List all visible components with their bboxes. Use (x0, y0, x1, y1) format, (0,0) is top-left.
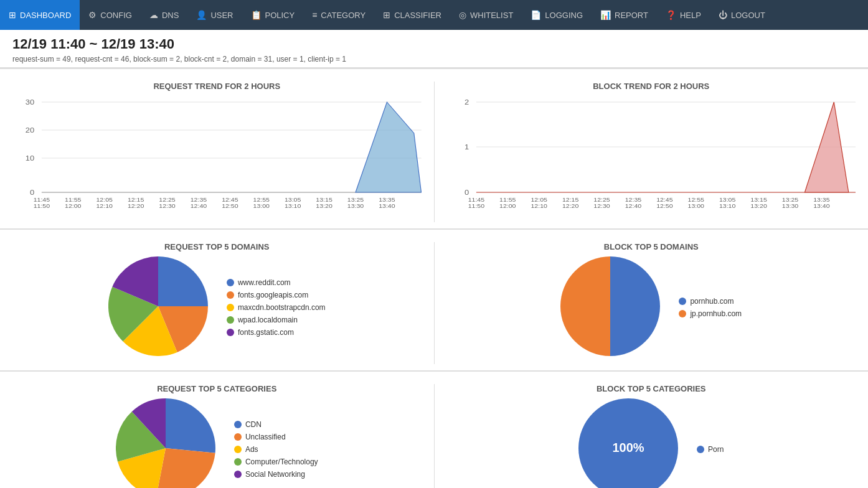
legend-dot-jp-pornhub (679, 310, 686, 317)
nav-item-report[interactable]: 📊REPORT (592, 0, 657, 30)
categories-section: REQUEST TOP 5 CATEGORIES (0, 370, 868, 488)
legend-item-ads: Ads (234, 445, 318, 454)
svg-text:12:45: 12:45 (656, 197, 673, 203)
page-header: 12/19 11:40 ~ 12/19 13:40 request-sum = … (0, 30, 868, 68)
nav-icon-logging: 📄 (531, 10, 541, 20)
nav-item-user[interactable]: 👤USER (187, 0, 242, 30)
svg-text:11:45: 11:45 (34, 197, 50, 203)
svg-text:20: 20 (26, 126, 35, 134)
legend-dot-computer-tech (234, 458, 242, 466)
svg-text:12:55: 12:55 (253, 197, 270, 203)
svg-text:12:55: 12:55 (687, 197, 704, 203)
nav-icon-policy: 📋 (251, 10, 262, 20)
trend-row: REQUEST TREND FOR 2 HOURS 30 20 10 0 (0, 75, 868, 228)
svg-text:11:55: 11:55 (65, 197, 82, 203)
categories-row: REQUEST TOP 5 CATEGORIES (0, 378, 868, 488)
request-domains-pie-section: www.reddit.com fonts.googleapis.com maxc… (12, 256, 422, 358)
nav-item-category[interactable]: ≡CATEGORY (303, 0, 374, 30)
legend-label-porn: Porn (708, 445, 724, 454)
block-trend-chart: 2 1 0 11:45 11:50 11:55 12:00 12:05 12:1… (447, 96, 856, 222)
svg-text:13:00: 13:00 (253, 203, 270, 209)
nav-item-logout[interactable]: ⏻LOGOUT (710, 0, 774, 30)
block-domains-legend: pornhub.com jp.pornhub.com (679, 297, 742, 318)
svg-text:13:20: 13:20 (750, 203, 767, 209)
svg-text:12:10: 12:10 (97, 203, 113, 209)
block-categories-pie: 100% (578, 398, 678, 488)
legend-label-bootstrap: maxcdn.bootstrapcdn.com (238, 303, 326, 312)
svg-text:12:15: 12:15 (128, 197, 144, 203)
nav-label-report: REPORT (615, 11, 648, 20)
svg-text:13:30: 13:30 (347, 203, 364, 209)
svg-text:13:25: 13:25 (781, 197, 798, 203)
legend-item-porn: Porn (697, 445, 724, 454)
block-domains-col: BLOCK TOP 5 DOMAINS pornhub.com (435, 236, 869, 370)
svg-text:12:30: 12:30 (593, 203, 610, 209)
legend-label-social: Social Networking (245, 470, 305, 479)
nav-item-dns[interactable]: ☁DNS (141, 0, 187, 30)
svg-text:12:35: 12:35 (191, 197, 207, 203)
legend-dot-porn (697, 446, 704, 453)
block-domains-title: BLOCK TOP 5 DOMAINS (447, 242, 856, 251)
svg-text:13:40: 13:40 (813, 203, 830, 209)
nav-label-config: CONFIG (100, 11, 132, 20)
svg-text:13:35: 13:35 (813, 197, 830, 203)
legend-label-jp-pornhub: jp.pornhub.com (690, 309, 742, 318)
svg-text:11:50: 11:50 (468, 203, 484, 209)
nav-item-help[interactable]: ❓HELP (657, 0, 710, 30)
request-categories-title: REQUEST TOP 5 CATEGORIES (12, 384, 422, 393)
svg-text:12:05: 12:05 (97, 197, 113, 203)
legend-label-googleapis: fonts.googleapis.com (238, 291, 308, 299)
nav-icon-user: 👤 (196, 10, 207, 20)
nav-icon-category: ≡ (312, 10, 317, 20)
nav-item-config[interactable]: ⚙CONFIG (80, 0, 141, 30)
svg-text:12:15: 12:15 (562, 197, 578, 203)
nav-item-classifier[interactable]: ⊞CLASSIFIER (374, 0, 450, 30)
svg-text:12:45: 12:45 (222, 197, 238, 203)
request-trend-title: REQUEST TREND FOR 2 HOURS (12, 82, 422, 91)
legend-dot-cdn (234, 421, 242, 428)
svg-text:13:05: 13:05 (719, 197, 735, 203)
svg-text:12:25: 12:25 (593, 197, 610, 203)
legend-item-bootstrap: maxcdn.bootstrapcdn.com (227, 303, 326, 312)
nav-label-whitelist: WHITELIST (470, 11, 513, 20)
nav-item-policy[interactable]: 📋POLICY (242, 0, 304, 30)
svg-text:12:40: 12:40 (625, 203, 641, 209)
nav-icon-help: ❓ (666, 10, 676, 20)
legend-item-wpad: wpad.localdomain (227, 316, 326, 324)
svg-text:12:20: 12:20 (562, 203, 578, 209)
legend-dot-wpad (227, 316, 234, 324)
legend-label-unclassified: Unclassified (245, 433, 286, 441)
svg-text:12:50: 12:50 (656, 203, 673, 209)
nav-label-user: USER (210, 11, 233, 20)
request-domains-title: REQUEST TOP 5 DOMAINS (12, 242, 422, 251)
svg-text:0: 0 (30, 189, 35, 197)
nav-icon-logout: ⏻ (719, 10, 727, 20)
legend-item-googleapis: fonts.googleapis.com (227, 291, 326, 299)
request-categories-col: REQUEST TOP 5 CATEGORIES (0, 378, 434, 488)
legend-label-ads: Ads (245, 445, 258, 454)
request-categories-pie-section: CDN Unclassified Ads Computer/Technology (12, 398, 422, 488)
nav-item-logging[interactable]: 📄LOGGING (522, 0, 592, 30)
nav-label-dashboard: DASHBOARD (20, 11, 71, 20)
nav-item-whitelist[interactable]: ◎WHITELIST (450, 0, 522, 30)
nav-item-dashboard[interactable]: ⊞DASHBOARD (0, 0, 80, 30)
legend-dot-unclassified (234, 433, 242, 441)
svg-text:13:10: 13:10 (285, 203, 301, 209)
svg-text:13:30: 13:30 (781, 203, 798, 209)
block-domains-pie-section: pornhub.com jp.pornhub.com (447, 256, 856, 358)
request-trend-col: REQUEST TREND FOR 2 HOURS 30 20 10 0 (0, 75, 434, 228)
nav-icon-dashboard: ⊞ (9, 10, 16, 20)
nav-icon-config: ⚙ (88, 10, 97, 20)
svg-text:13:15: 13:15 (316, 197, 333, 203)
svg-text:13:20: 13:20 (316, 203, 333, 209)
legend-label-gstatic: fonts.gstatic.com (238, 328, 294, 337)
svg-text:12:00: 12:00 (65, 203, 82, 209)
svg-text:13:15: 13:15 (750, 197, 767, 203)
domains-section: REQUEST TOP 5 DOMAINS (0, 228, 868, 370)
legend-label-cdn: CDN (245, 420, 262, 429)
svg-text:12:25: 12:25 (159, 197, 176, 203)
legend-item-unclassified: Unclassified (234, 433, 318, 441)
stats-summary: request-sum = 49, request-cnt = 46, bloc… (12, 55, 856, 63)
nav-icon-report: 📊 (600, 10, 611, 20)
nav-label-dns: DNS (162, 11, 179, 20)
